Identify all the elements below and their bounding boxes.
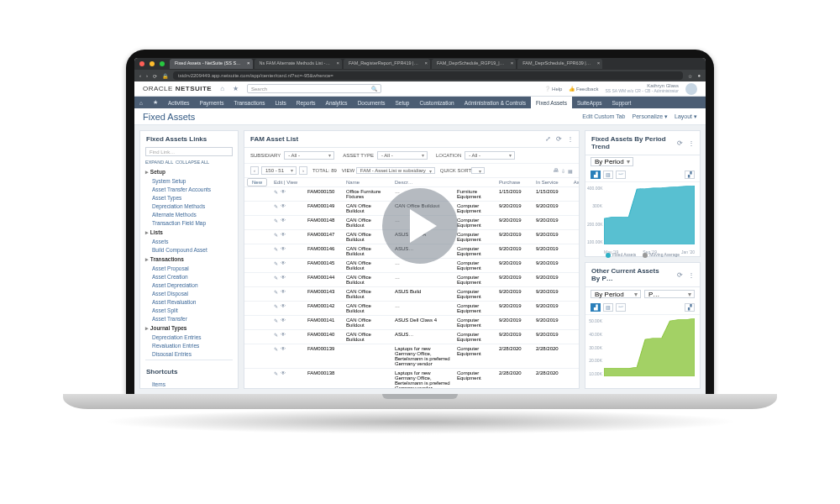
- nav-item[interactable]: Transactions: [229, 97, 270, 108]
- page-action[interactable]: Layout ▾: [675, 113, 697, 120]
- collapse-all[interactable]: COLLAPSE ALL: [176, 160, 209, 165]
- view-icon[interactable]: 👁: [281, 203, 286, 209]
- feedback-link[interactable]: 👍 Feedback: [569, 86, 598, 92]
- chart-type-trend-icon[interactable]: ▞: [685, 303, 695, 312]
- table-row[interactable]: ✎👁FAM000139Laptops for new Germany Offic…: [244, 344, 579, 369]
- nav-item[interactable]: Documents: [353, 97, 391, 108]
- nav-item[interactable]: Analytics: [321, 97, 353, 108]
- view-icon[interactable]: 👁: [281, 260, 286, 266]
- assettype-select[interactable]: - All -: [377, 151, 428, 160]
- edit-icon[interactable]: ✎: [274, 289, 278, 295]
- col-desc[interactable]: Descr…: [392, 178, 454, 187]
- edit-icon[interactable]: ✎: [274, 275, 278, 281]
- col-id[interactable]: [305, 178, 344, 187]
- global-search-input[interactable]: Search 🔍: [247, 84, 381, 93]
- sidebar-link[interactable]: Asset Disposal: [140, 289, 238, 297]
- sidebar-link[interactable]: Depreciation Methods: [140, 202, 238, 210]
- edit-icon[interactable]: ✎: [274, 318, 278, 323]
- sidebar-link[interactable]: Asset Transfer Accounts: [140, 185, 238, 193]
- edit-icon[interactable]: ✎: [274, 303, 278, 309]
- close-icon[interactable]: ×: [247, 60, 250, 66]
- forward-icon[interactable]: ›: [146, 73, 148, 78]
- nav-item[interactable]: Reports: [291, 97, 321, 108]
- nav-item[interactable]: Setup: [391, 97, 415, 108]
- export-icon[interactable]: ⇩: [561, 168, 565, 174]
- browser-tab[interactable]: Ns FAM Alternate Methods List -…×: [255, 59, 342, 69]
- page-next-button[interactable]: ›: [299, 166, 307, 175]
- sidebar-link[interactable]: Depreciation Entries: [140, 333, 238, 341]
- refresh-icon[interactable]: ⟳: [677, 139, 683, 147]
- nav-item[interactable]: Support: [607, 97, 637, 108]
- page-action[interactable]: Personalize ▾: [633, 113, 669, 120]
- browser-tab[interactable]: FAM_DeprSchedule_FPR639 |…×: [517, 59, 602, 69]
- grid-icon[interactable]: ▦: [568, 168, 573, 174]
- trend2-period2-select[interactable]: P…: [644, 290, 695, 298]
- sidebar-link[interactable]: Asset Split: [140, 306, 238, 314]
- nav-item[interactable]: Activities: [163, 97, 195, 108]
- browser-tab[interactable]: FAM_DeprSchedule_RGP19_|…×: [432, 59, 516, 69]
- subsidiary-select[interactable]: - All -: [284, 151, 334, 160]
- view-icon[interactable]: 👁: [281, 275, 286, 281]
- sidebar-link[interactable]: Alternate Methods: [140, 210, 238, 218]
- sidebar-link[interactable]: Transaction Field Map: [140, 218, 238, 227]
- trend1-period-select[interactable]: By Period: [591, 157, 633, 166]
- nav-item[interactable]: Customization: [415, 97, 459, 108]
- chart-type-trend-icon[interactable]: ▞: [685, 171, 695, 179]
- nav-item[interactable]: SuiteApps: [572, 97, 607, 108]
- table-row[interactable]: ✎👁FAM000144CAN Office Buildout…Computer …: [244, 273, 579, 287]
- col-inservice[interactable]: In Service: [533, 178, 570, 187]
- sidebar-link[interactable]: Asset Transfer: [140, 314, 238, 323]
- chart-type-line-icon[interactable]: 〰: [616, 171, 626, 179]
- menu-icon[interactable]: ⋮: [688, 139, 695, 147]
- table-row[interactable]: ✎👁FAM000138Laptops for new Germany Offic…: [244, 369, 579, 389]
- table-row[interactable]: ✎👁FAM000142CAN Office Buildout…Computer …: [244, 302, 579, 316]
- col-purchase[interactable]: Purchase: [496, 178, 533, 187]
- sidebar-link[interactable]: Asset Proposal: [140, 264, 238, 272]
- close-icon[interactable]: ×: [336, 60, 339, 66]
- user-icon[interactable]: ●: [697, 73, 701, 78]
- find-link-input[interactable]: Find Link…: [145, 147, 233, 156]
- view-icon[interactable]: 👁: [281, 370, 286, 376]
- menu-icon[interactable]: ⋮: [688, 271, 695, 279]
- view-icon[interactable]: 👁: [281, 189, 286, 195]
- quicksort-select[interactable]: [471, 167, 485, 174]
- sidebar-link[interactable]: Asset Types: [140, 193, 238, 202]
- page-prev-button[interactable]: ‹: [250, 166, 259, 175]
- back-icon[interactable]: ‹: [139, 73, 141, 78]
- edit-icon[interactable]: ✎: [274, 232, 278, 238]
- expand-all[interactable]: EXPAND ALL: [145, 160, 173, 165]
- sidebar-link[interactable]: Asset Creation: [140, 272, 238, 281]
- page-action[interactable]: Edit Custom Tab: [582, 113, 625, 120]
- home-icon[interactable]: ⌂: [220, 85, 224, 92]
- view-icon[interactable]: 👁: [281, 218, 286, 223]
- page-range-select[interactable]: 150 - 51: [261, 166, 297, 175]
- view-icon[interactable]: 👁: [281, 303, 286, 309]
- user-block[interactable]: Kathryn Glass SS SA WM w/o CR - CB - Adm…: [605, 83, 679, 93]
- help-link[interactable]: ❔ Help: [544, 86, 562, 92]
- shortcuts-item[interactable]: Items: [140, 380, 238, 388]
- view-select[interactable]: FAM - Asset List w subsidiary: [356, 167, 435, 174]
- table-row[interactable]: ✎👁FAM000140CAN Office BuildoutASUS…Compu…: [244, 330, 579, 344]
- menu-icon[interactable]: ⋮: [567, 135, 574, 143]
- close-icon[interactable]: ×: [597, 60, 601, 66]
- location-select[interactable]: - All -: [465, 151, 515, 160]
- star-icon[interactable]: ☆: [688, 73, 692, 79]
- play-button[interactable]: [382, 188, 458, 264]
- refresh-icon[interactable]: ⟳: [677, 271, 683, 279]
- chart-type-area-icon[interactable]: ▟: [591, 303, 601, 312]
- new-button[interactable]: New: [247, 178, 267, 186]
- edit-icon[interactable]: ✎: [274, 203, 278, 209]
- star-icon[interactable]: ★: [233, 85, 239, 92]
- browser-tab[interactable]: Fixed Assets - NetSuite (SS S…×: [170, 59, 253, 69]
- nav-item[interactable]: Fixed Assets: [531, 97, 572, 108]
- url-input[interactable]: tstdrv2209449.app.netsuite.com/app/cente…: [173, 71, 683, 80]
- col-type[interactable]: [454, 178, 496, 187]
- sidebar-link[interactable]: Disposal Entries: [140, 349, 238, 356]
- view-icon[interactable]: 👁: [281, 246, 286, 252]
- edit-icon[interactable]: ✎: [274, 346, 278, 352]
- table-row[interactable]: ✎👁FAM000141CAN Office BuildoutASUS Dell …: [244, 316, 579, 330]
- edit-icon[interactable]: ✎: [274, 189, 278, 195]
- refresh-icon[interactable]: ⟳: [556, 135, 562, 143]
- edit-icon[interactable]: ✎: [274, 218, 278, 223]
- edit-icon[interactable]: ✎: [274, 370, 278, 376]
